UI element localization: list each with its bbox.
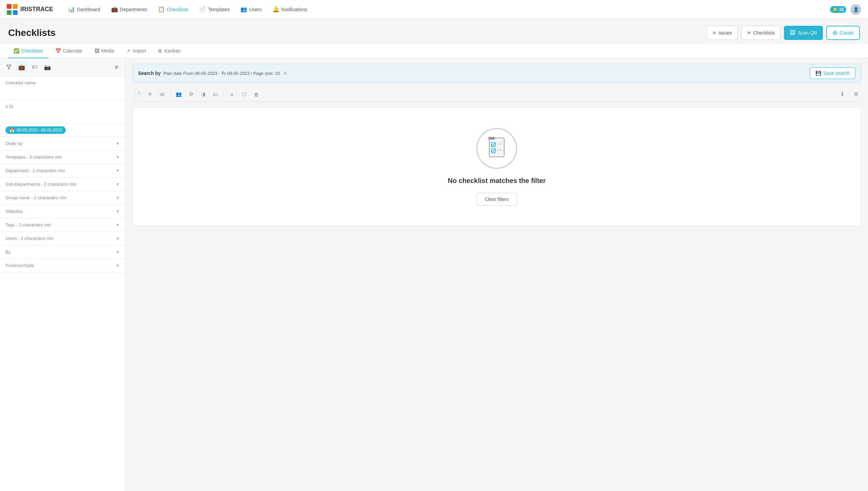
- filter-order-by[interactable]: Order by ▼: [0, 137, 125, 150]
- filter-icon-btn[interactable]: [3, 61, 15, 73]
- tag-icon-btn[interactable]: 🏷: [28, 61, 41, 73]
- nav-departments[interactable]: 💼 Departments: [106, 3, 152, 15]
- close-sidebar-btn[interactable]: ✕: [110, 61, 122, 73]
- sidebar: 💼 🏷 📷 ✕ Checklist name # ID 📅 06-05-2023…: [0, 58, 125, 491]
- trash-btn[interactable]: 🗑: [251, 89, 262, 100]
- word-btn[interactable]: W: [157, 89, 167, 100]
- tab-checklists-icon: ✅: [14, 48, 19, 54]
- filter-tags[interactable]: Tags - 2 characters min ▼: [0, 218, 125, 232]
- nav-dashboard[interactable]: 📊 Dashboard: [63, 3, 105, 15]
- tab-media-icon: 🖼: [95, 48, 99, 54]
- notifications-icon: 🔔: [273, 6, 279, 13]
- chevron-down-icon: ▼: [116, 223, 120, 227]
- svg-marker-7: [6, 65, 11, 69]
- filter-department[interactable]: Department - 2 characters min ▼: [0, 164, 125, 178]
- delete-btn[interactable]: ✕: [144, 89, 155, 100]
- empty-message: No checklist matches the filter: [448, 177, 546, 185]
- assign-users-btn[interactable]: 👥: [173, 89, 184, 100]
- page-header: Checklists ✕ Issues ✕ Checklists Scan QR…: [0, 19, 868, 44]
- departments-icon: 💼: [111, 6, 118, 13]
- sidebar-toolbar: 💼 🏷 📷 ✕: [0, 58, 125, 76]
- save-icon: 💾: [815, 70, 821, 76]
- svg-rect-2: [7, 10, 12, 15]
- avatar[interactable]: 👤: [850, 4, 861, 15]
- issues-button[interactable]: ✕ Issues: [707, 26, 738, 40]
- toggle-btn[interactable]: ◑: [198, 89, 209, 100]
- id-input[interactable]: [5, 111, 120, 119]
- content-area: Search by Plan date From 06-05-2023 - To…: [125, 58, 868, 491]
- column-settings-btn[interactable]: ⚙: [850, 89, 861, 100]
- nav-templates[interactable]: 📄 Templates: [194, 3, 234, 15]
- toolbar-divider-2: [223, 91, 224, 98]
- issues-x-icon: ✕: [712, 30, 716, 36]
- empty-state: No checklist matches the filter Clear fi…: [132, 107, 861, 226]
- filter-date-row: 📅 06-05-2023 - 09-05-2023: [0, 124, 125, 137]
- filter-checklist-name: Checklist name: [0, 76, 125, 100]
- clear-filters-button[interactable]: Clear filters: [476, 193, 517, 206]
- nav-notifications[interactable]: 🔔 Notifications: [268, 3, 312, 15]
- chevron-down-icon: ▼: [116, 236, 120, 241]
- page-title: Checklists: [8, 27, 56, 38]
- briefcase-icon-btn[interactable]: 💼: [16, 61, 28, 73]
- filter-statuses[interactable]: Statuses ▼: [0, 205, 125, 218]
- camera-icon-btn[interactable]: 📷: [41, 61, 54, 73]
- nav-users[interactable]: 👥 Users: [236, 3, 267, 15]
- search-bar: Search by Plan date From 06-05-2023 - To…: [132, 64, 861, 83]
- tab-calendar-icon: 📅: [55, 48, 61, 54]
- tab-import-icon: ↗: [126, 48, 131, 54]
- chevron-down-icon: ▼: [116, 168, 120, 173]
- filter-sub-departments[interactable]: Sub-Departments - 2 characters min ▼: [0, 178, 125, 191]
- date-badge[interactable]: 📅 06-05-2023 - 09-05-2023: [5, 126, 66, 134]
- checklist-name-input[interactable]: [5, 87, 120, 96]
- save-search-button[interactable]: 💾 Save search: [810, 67, 855, 79]
- svg-rect-8: [489, 138, 504, 157]
- grid-view-btn[interactable]: ⬡: [239, 89, 250, 100]
- search-clear-btn[interactable]: ✕: [283, 70, 287, 77]
- filter-id: # ID: [0, 100, 125, 124]
- export-pdf-btn[interactable]: 📄: [132, 89, 143, 100]
- create-button[interactable]: ⊕ Create: [826, 26, 860, 40]
- download-btn[interactable]: ⬇: [837, 89, 848, 100]
- scan-qr-button[interactable]: Scan QR: [784, 26, 823, 40]
- header-actions: ✕ Issues ✕ Checklists Scan QR ⊕ Create: [707, 26, 860, 40]
- notification-badge[interactable]: 🔔 16: [830, 6, 846, 13]
- filter-group-name[interactable]: Group name - 2 characters min ▼: [0, 191, 125, 205]
- svg-rect-6: [790, 33, 792, 35]
- toolbar-actions: 📄 ✕ W 👥 ⚙ ◑ 🏷 ≡ ⬡ 🗑: [132, 89, 262, 100]
- bell-icon: 🔔: [833, 7, 838, 12]
- chevron-down-icon: ▼: [116, 209, 120, 214]
- chevron-down-icon: ▼: [116, 196, 120, 200]
- checklists-x-icon: ✕: [747, 30, 751, 36]
- toolbar-divider-1: [170, 91, 171, 98]
- list-view-btn[interactable]: ≡: [226, 89, 237, 100]
- nav-checklists[interactable]: 📋 Checklists: [153, 3, 193, 15]
- tab-checklists[interactable]: ✅ Checklists: [8, 44, 48, 58]
- tab-media[interactable]: 🖼 Media: [89, 44, 120, 58]
- tab-calendar[interactable]: 📅 Calendar: [50, 44, 88, 58]
- tab-kanban[interactable]: ⊞ Kanban: [153, 44, 186, 58]
- checklists-button[interactable]: ✕ Checklists: [741, 26, 781, 40]
- scan-icon: [790, 29, 796, 37]
- svg-rect-5: [793, 30, 795, 32]
- empty-state-icon: [476, 128, 517, 169]
- settings-btn[interactable]: ⚙: [185, 89, 196, 100]
- main-layout: 💼 🏷 📷 ✕ Checklist name # ID 📅 06-05-2023…: [0, 58, 868, 491]
- chevron-down-icon: ▼: [116, 141, 120, 146]
- calendar-icon: 📅: [9, 128, 15, 132]
- svg-rect-0: [7, 4, 12, 9]
- tabs-bar: ✅ Checklists 📅 Calendar 🖼 Media ↗ Import…: [0, 44, 868, 58]
- tab-import[interactable]: ↗ Import: [121, 44, 152, 58]
- logo[interactable]: IRISTRACE: [7, 4, 53, 15]
- toolbar-row: 📄 ✕ W 👥 ⚙ ◑ 🏷 ≡ ⬡ 🗑 ⬇ ⚙: [132, 87, 861, 102]
- dashboard-icon: 📊: [68, 6, 75, 13]
- navbar: IRISTRACE 📊 Dashboard 💼 Departments 📋 Ch…: [0, 0, 868, 19]
- filter-by[interactable]: By ▼: [0, 245, 125, 259]
- label-btn[interactable]: 🏷: [210, 89, 221, 100]
- brand-name: IRISTRACE: [20, 6, 53, 13]
- templates-icon: 📄: [199, 6, 206, 13]
- filter-province-state[interactable]: Province/State ▼: [0, 259, 125, 272]
- nav-right: 🔔 16 👤: [830, 4, 861, 15]
- create-icon: ⊕: [832, 29, 837, 37]
- filter-users[interactable]: Users - 2 characters min ▼: [0, 232, 125, 245]
- filter-templates[interactable]: Templates - 2 characters min ▼: [0, 150, 125, 164]
